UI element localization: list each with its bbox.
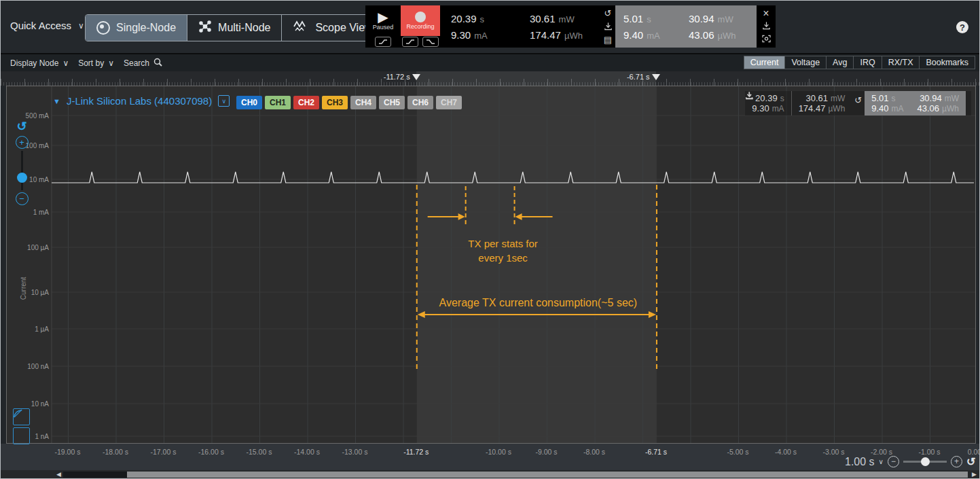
single-node-label: Single-Node <box>116 22 176 34</box>
ov-sel-energy: 43.06 <box>918 103 940 113</box>
y-axis-title: Current <box>20 277 27 300</box>
marker-triangle-icon <box>652 74 660 80</box>
sel-power-unit: mW <box>718 14 733 24</box>
y-zoom-handle[interactable] <box>17 173 27 183</box>
export-icon[interactable] <box>604 22 613 32</box>
search-control[interactable]: Search <box>124 58 162 69</box>
channel-chip-ch1[interactable]: CH1 <box>265 96 291 109</box>
y-tick-label: 10 nA <box>8 400 49 408</box>
sel-energy-unit: µWh <box>718 31 736 41</box>
reset-stats-icon[interactable]: ↺ <box>604 9 612 18</box>
y-zoom-out-button[interactable]: − <box>16 192 29 205</box>
x-zoom-out-button[interactable]: − <box>888 456 899 467</box>
view-mode-group: Single-Node Multi-Node <box>85 14 384 41</box>
selection-stats-col-1: 5.01s 9.40mA <box>615 5 680 48</box>
stats-action-icons: ↺ ▤ <box>600 5 615 48</box>
svg-text:every 1sec: every 1sec <box>478 252 528 264</box>
tab-irq[interactable]: IRQ <box>854 56 882 69</box>
sel-current-unit: mA <box>647 31 660 41</box>
device-dropdown-icon[interactable]: ∨ <box>218 95 230 107</box>
search-icon <box>153 58 162 69</box>
waveform-plot[interactable]: TX per stats forevery 1secAverage TX cur… <box>7 86 975 443</box>
reset-x-zoom-icon[interactable]: ↺ <box>966 455 975 468</box>
quick-access-menu[interactable]: Quick Access ∨ <box>10 20 84 31</box>
time-marker-label: -6.71 s <box>627 73 650 81</box>
marker-triangle-icon <box>412 74 420 80</box>
scope-view-label: Scope View <box>315 22 372 34</box>
scrollbar-track[interactable] <box>63 472 968 478</box>
time-per-div-value[interactable]: 1.00 s <box>845 456 875 468</box>
energy-profiler-window: Quick Access ∨ Single-Node <box>0 0 980 479</box>
y-tick-label: 100 nA <box>8 363 49 370</box>
channel-chips: CH0CH1CH2CH3CH4CH5CH6CH7 <box>236 96 462 109</box>
tab-avg[interactable]: Avg <box>827 56 854 69</box>
tab-rxtx[interactable]: RX/TX <box>882 56 920 69</box>
x-tick-label: -13.00 s <box>342 448 368 456</box>
rising-edge-icon[interactable] <box>375 37 391 47</box>
linear-scale-button[interactable] <box>13 427 30 444</box>
chevron-down-icon: ∨ <box>62 58 69 68</box>
y-tick-label: 1 mA <box>8 209 49 216</box>
live-time-value: 20.39 <box>451 13 477 24</box>
x-tick-label: -9.00 s <box>535 448 557 456</box>
tab-voltage[interactable]: Voltage <box>785 56 827 69</box>
single-node-button[interactable]: Single-Node <box>86 15 187 41</box>
ov-live-time-unit: s <box>780 94 784 103</box>
time-marker[interactable]: -6.71 s <box>627 73 660 81</box>
x-tick-label: -15.00 s <box>247 448 272 456</box>
quick-access-label: Quick Access <box>10 20 71 31</box>
reset-y-zoom-icon[interactable]: ↺ <box>14 119 29 134</box>
chevron-down-icon: ∨ <box>108 58 114 68</box>
ov-live-energy: 174.47 <box>799 103 826 113</box>
scope-view-icon <box>293 20 309 35</box>
x-tick-label: 0.00 s <box>968 448 980 456</box>
chart-stats-overlay: 20.39s 9.30mA 30.61mW 174.47µWh ↺ 5.01s … <box>745 91 971 116</box>
ov-live-time: 20.39 <box>755 93 778 103</box>
y-zoom-track[interactable] <box>21 151 23 190</box>
x-zoom-handle[interactable] <box>921 457 930 466</box>
x-zoom-track[interactable] <box>903 461 947 463</box>
time-ruler[interactable]: -11.72 s-6.71 s <box>1 71 979 86</box>
search-label: Search <box>124 58 149 68</box>
y-tick-label: 100 µA <box>8 244 49 251</box>
sort-by-dropdown[interactable]: Sort by ∨ <box>78 58 114 68</box>
channel-chip-ch3[interactable]: CH3 <box>322 96 348 109</box>
play-icon: ▶ <box>378 11 388 23</box>
x-tick-label: -5.00 s <box>727 448 748 456</box>
time-marker[interactable]: -11.72 s <box>384 73 420 81</box>
tab-current[interactable]: Current <box>744 56 786 69</box>
channel-chip-ch2[interactable]: CH2 <box>293 96 319 109</box>
y-zoom-in-button[interactable]: + <box>16 136 29 149</box>
channel-chip-ch7[interactable]: CH7 <box>436 96 462 109</box>
pause-button[interactable]: ▶ Paused <box>365 5 401 36</box>
channel-chip-ch5[interactable]: CH5 <box>379 96 405 109</box>
record-button[interactable]: Recording <box>401 5 440 36</box>
channel-chip-ch0[interactable]: CH0 <box>236 96 262 109</box>
rising-edge-icon[interactable] <box>402 37 418 47</box>
vertical-zoom-control: ↺ + − <box>14 119 29 207</box>
x-tick-label: -4.00 s <box>775 448 797 456</box>
tab-bookmarks[interactable]: Bookmarks <box>920 56 975 69</box>
falling-edge-icon[interactable] <box>422 37 439 47</box>
export-icon[interactable] <box>762 21 771 31</box>
channel-chip-ch4[interactable]: CH4 <box>350 96 376 109</box>
ov-sel-time-unit: s <box>892 94 896 103</box>
reset-stats-icon[interactable]: ↺ <box>854 96 862 105</box>
x-tick-label: -16.00 s <box>198 448 224 456</box>
multi-node-button[interactable]: Multi-Node <box>187 15 282 41</box>
live-energy-value: 174.47 <box>530 29 561 41</box>
close-icon[interactable]: × <box>763 9 769 18</box>
display-node-dropdown[interactable]: Display Node ∨ <box>10 58 69 68</box>
device-name[interactable]: J-Link Silicon Labs (440307098) <box>67 95 212 107</box>
scroll-left-arrow[interactable]: ◀ <box>56 471 61 478</box>
recording-label: Recording <box>406 23 434 30</box>
scroll-right-arrow[interactable]: ▶ <box>972 471 977 478</box>
list-icon[interactable]: ▤ <box>604 35 612 44</box>
scrollbar-thumb[interactable] <box>127 472 968 478</box>
help-icon[interactable]: ? <box>956 21 968 33</box>
channel-chip-ch6[interactable]: CH6 <box>407 96 433 109</box>
x-zoom-in-button[interactable]: + <box>951 456 962 467</box>
screenshot-icon[interactable] <box>762 35 771 44</box>
collapse-triangle-icon[interactable]: ▼ <box>53 97 60 105</box>
multi-node-icon <box>198 20 212 36</box>
